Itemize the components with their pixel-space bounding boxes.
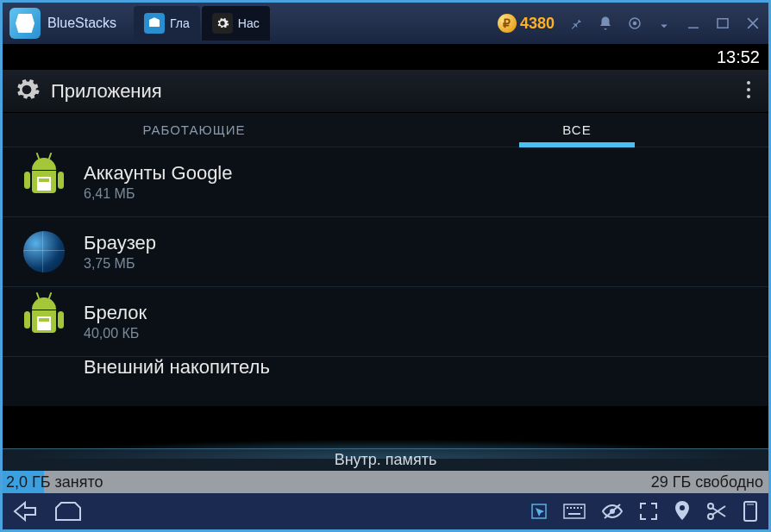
svg-point-4	[747, 81, 750, 84]
app-size: 6,41 МБ	[84, 186, 751, 202]
tab-running[interactable]: РАБОТАЮЩИЕ	[3, 113, 386, 147]
svg-rect-10	[570, 507, 572, 509]
visibility-off-icon[interactable]	[601, 503, 624, 520]
app-info: Аккаунты Google 6,41 МБ	[84, 162, 751, 202]
svg-rect-9	[567, 507, 568, 509]
storage-bar: 2,0 ГБ занято 29 ГБ свободно	[3, 471, 768, 493]
coin-balance[interactable]: ₽ 4380	[498, 14, 555, 33]
storage-free: 29 ГБ свободно	[651, 473, 763, 491]
svg-rect-14	[568, 513, 580, 515]
app-row[interactable]: Браузер 3,75 МБ	[3, 217, 768, 287]
dropdown-icon[interactable]	[656, 16, 672, 31]
app-list[interactable]: Аккаунты Google 6,41 МБ Браузер 3,75 МБ	[3, 147, 768, 406]
close-icon[interactable]	[744, 15, 762, 32]
minimize-icon[interactable]	[686, 16, 701, 31]
bluestacks-logo-icon	[9, 8, 41, 39]
svg-point-1	[633, 22, 637, 26]
tab-label: Гла	[170, 16, 190, 30]
app-info: Браузер 3,75 МБ	[84, 232, 751, 272]
app-size: 3,75 МБ	[84, 256, 751, 272]
settings-gear-icon	[13, 76, 41, 107]
tab-settings[interactable]: Нас	[202, 6, 270, 41]
titlebar-right: ₽ 4380	[498, 14, 762, 33]
app-name: Брелок	[84, 302, 751, 324]
maximize-icon[interactable]	[715, 16, 730, 31]
gear-icon	[212, 13, 233, 34]
app-tabs: РАБОТАЮЩИЕ ВСЕ	[3, 113, 768, 147]
rotate-icon[interactable]	[743, 500, 758, 523]
cursor-icon[interactable]	[530, 503, 548, 520]
storage-used: 2,0 ГБ занято	[6, 473, 103, 491]
app-size: 40,00 КБ	[84, 326, 751, 341]
fullscreen-icon[interactable]	[639, 502, 658, 521]
svg-point-5	[747, 88, 750, 91]
tab-label: ВСЕ	[562, 122, 591, 137]
app-info: Брелок 40,00 КБ	[84, 302, 751, 341]
app-name: Браузер	[84, 232, 751, 254]
app-icon-android	[20, 158, 68, 206]
android-screen: 13:52 Приложения РАБОТАЮЩИЕ ВСЕ	[3, 44, 768, 529]
svg-rect-11	[574, 507, 575, 509]
tab-home[interactable]: Гла	[134, 6, 200, 41]
storage-label: Внутр. память	[3, 448, 768, 471]
page-title: Приложения	[51, 80, 739, 103]
home-button[interactable]	[54, 501, 82, 522]
svg-rect-13	[580, 507, 582, 509]
svg-rect-2	[688, 28, 699, 29]
pin-icon[interactable]	[568, 16, 584, 31]
app-info: Внешний накопитель	[84, 357, 751, 376]
storage-panel: Внутр. память 2,0 ГБ занято 29 ГБ свобод…	[3, 431, 768, 493]
target-icon[interactable]	[627, 16, 642, 31]
overflow-menu-icon[interactable]	[739, 72, 758, 110]
home-icon	[144, 13, 165, 34]
coin-icon: ₽	[498, 14, 517, 33]
status-bar: 13:52	[3, 44, 768, 70]
tab-all[interactable]: ВСЕ	[386, 113, 768, 147]
svg-rect-12	[577, 507, 579, 509]
back-button[interactable]	[13, 501, 37, 522]
app-icon-android	[20, 357, 68, 376]
tab-label: Нас	[238, 16, 260, 30]
app-row[interactable]: Аккаунты Google 6,41 МБ	[3, 147, 768, 217]
app-icon-globe	[20, 228, 68, 276]
svg-rect-3	[718, 19, 728, 28]
clock: 13:52	[717, 47, 760, 67]
app-icon-android	[20, 297, 68, 346]
keyboard-icon[interactable]	[563, 504, 586, 519]
location-icon[interactable]	[674, 501, 691, 522]
titlebar: BlueStacks Гла Нас ₽ 4380	[3, 3, 768, 44]
android-nav	[3, 493, 768, 529]
scissors-icon[interactable]	[706, 502, 727, 521]
action-bar: Приложения	[3, 70, 768, 113]
app-name: Внешний накопитель	[84, 357, 751, 376]
app-row[interactable]: Брелок 40,00 КБ	[3, 287, 768, 357]
app-name: BlueStacks	[47, 16, 116, 31]
bluestacks-window: BlueStacks Гла Нас ₽ 4380	[0, 0, 771, 532]
svg-point-17	[680, 505, 685, 510]
svg-rect-8	[564, 504, 585, 518]
tab-label: РАБОТАЮЩИЕ	[142, 122, 245, 137]
svg-point-6	[747, 95, 750, 98]
app-name: Аккаунты Google	[84, 162, 751, 185]
bell-icon[interactable]	[598, 16, 613, 31]
app-row[interactable]: Внешний накопитель	[3, 357, 768, 376]
coin-value: 4380	[520, 15, 555, 33]
